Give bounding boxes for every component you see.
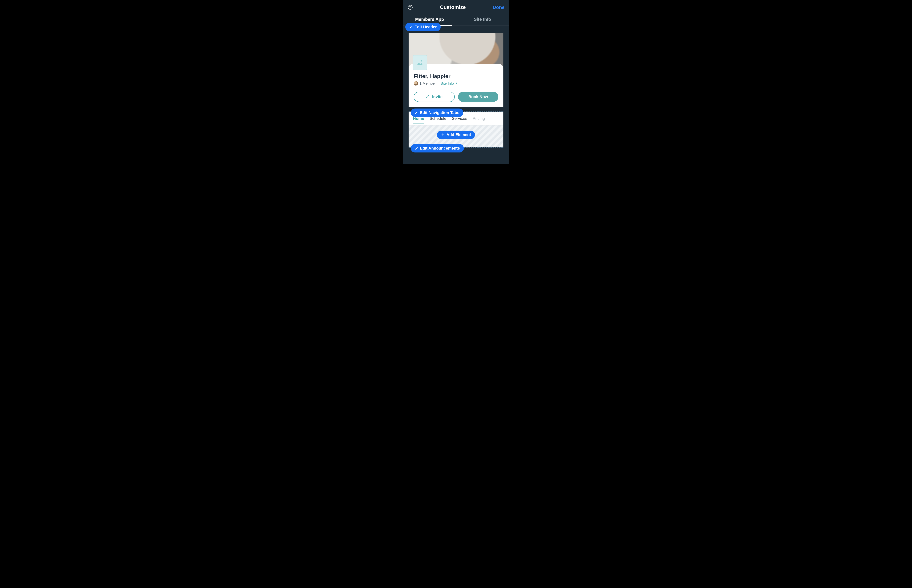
edit-nav-tabs-button[interactable]: Edit Navigation Tabs [411,108,463,117]
add-element-button[interactable]: Add Element [437,131,475,139]
preview-canvas: Edit Header Fitter, Happier 1 Member Si [403,26,509,147]
svg-point-1 [410,8,410,8]
nav-tab-pricing[interactable]: Pricing [473,116,485,123]
app-customize-screen: Customize Done Members App Site Info Edi… [403,0,509,164]
action-buttons: Invite Book Now [414,92,498,102]
pencil-icon [409,25,413,29]
member-count[interactable]: 1 Member [414,81,436,86]
edit-header-button[interactable]: Edit Header [405,23,441,31]
pencil-icon [415,111,418,114]
nav-tab-home[interactable]: Home [413,116,424,123]
member-count-label: 1 Member [420,81,436,86]
edit-announcements-label: Edit Announcements [420,146,460,151]
avatar [414,81,418,86]
site-meta: 1 Member Site Info [414,81,498,86]
logo-placeholder[interactable] [413,55,427,70]
site-title: Fitter, Happier [414,73,498,79]
book-now-label: Book Now [468,94,488,99]
nav-tabs-section: Edit Navigation Tabs Home Schedule Servi… [408,112,504,126]
nav-tab-schedule[interactable]: Schedule [429,116,446,123]
site-card: Fitter, Happier 1 Member Site Info [408,64,504,107]
plus-icon [441,133,445,137]
add-element-label: Add Element [447,132,471,137]
done-button[interactable]: Done [493,5,505,10]
svg-point-2 [421,60,422,61]
edit-announcements-button[interactable]: Edit Announcements [411,144,464,152]
nav-tab-services[interactable]: Services [452,116,467,123]
invite-label: Invite [432,94,442,99]
topbar: Customize Done [403,0,509,13]
pencil-icon [415,147,418,150]
page-title: Customize [440,4,466,10]
book-now-button[interactable]: Book Now [458,92,498,102]
edit-nav-label: Edit Navigation Tabs [420,110,459,115]
invite-button[interactable]: Invite [414,92,455,102]
person-add-icon [426,94,430,100]
help-icon[interactable] [407,5,413,10]
svg-point-3 [427,95,428,96]
site-info-link[interactable]: Site Info [441,81,458,86]
tab-site-info[interactable]: Site Info [456,13,509,26]
chevron-right-icon [455,81,458,86]
edit-header-label: Edit Header [415,24,437,29]
site-info-link-label: Site Info [441,81,454,86]
